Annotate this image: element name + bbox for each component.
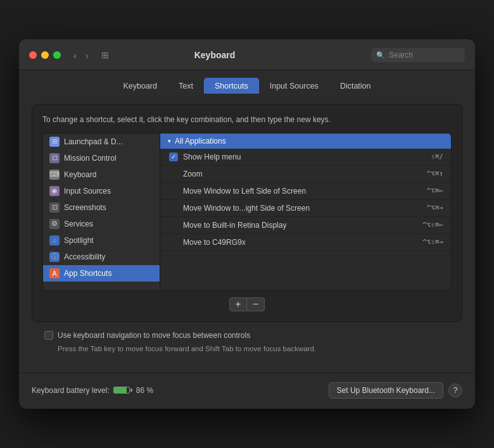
helper-text: Press the Tab key to move focus forward … (58, 344, 450, 354)
traffic-lights (29, 51, 61, 59)
help-button[interactable]: ? (448, 383, 462, 397)
tab-text[interactable]: Text (168, 78, 204, 94)
sidebar-item-label: Launchpad & D... (64, 137, 123, 146)
shortcut-check-help: ✓ (168, 151, 179, 163)
shortcut-check-retina (168, 220, 179, 231)
mission-icon: ⊡ (49, 153, 60, 163)
spotlight-icon: ○ (49, 235, 60, 246)
sidebar-item-screenshots[interactable]: ⊡ Screenshots (43, 199, 160, 216)
instruction-text: To change a shortcut, select it, click t… (42, 115, 452, 125)
sidebar-list: ⊞ Launchpad & D... ⊡ Mission Control ⌨ K… (43, 134, 160, 290)
battery-body (113, 387, 130, 394)
minimize-button[interactable] (41, 51, 49, 59)
shortcut-check-zoom (168, 168, 179, 180)
shortcut-keys: ^⌥⌘← (427, 187, 444, 195)
battery-tip (130, 389, 132, 392)
search-input[interactable] (389, 51, 460, 59)
shortcuts-panel: To change a shortcut, select it, click t… (32, 104, 462, 322)
sidebar-item-label: Screenshots (64, 203, 106, 212)
tabs-row: Keyboard Text Shortcuts Input Sources Di… (19, 70, 475, 94)
sidebar-item-launchpad[interactable]: ⊞ Launchpad & D... (43, 134, 160, 150)
input-icon: ◉ (49, 186, 60, 196)
search-icon: 🔍 (376, 51, 385, 59)
accessibility-icon: ⓘ (49, 252, 60, 262)
shortcuts-list-panel: ▾ All Applications ✓ Show Help menu ⇧⌘/ … (160, 134, 451, 290)
shortcut-name: Move to C49RG9x (183, 238, 422, 247)
tab-shortcuts[interactable]: Shortcuts (204, 78, 259, 94)
shortcut-keys: ^⌥⇧⌘→ (422, 238, 443, 246)
shortcut-name: Move Window to...ight Side of Screen (183, 204, 427, 213)
setup-bluetooth-button[interactable]: Set Up Bluetooth Keyboard... (329, 382, 443, 399)
maximize-button[interactable] (53, 51, 61, 59)
checkbox-row: Use keyboard navigation to move focus be… (44, 331, 450, 340)
keyboard-icon: ⌨ (49, 170, 60, 180)
battery-percentage: 86 % (136, 386, 153, 395)
checked-icon: ✓ (169, 152, 178, 161)
shortcut-name: Show Help menu (183, 152, 431, 161)
keyboard-nav-checkbox[interactable] (44, 331, 53, 340)
sidebar-item-spotlight[interactable]: ○ Spotlight (43, 232, 160, 249)
battery-section: Keyboard battery level: 86 % (32, 386, 329, 395)
tab-dictation[interactable]: Dictation (329, 78, 382, 94)
battery-icon (113, 387, 132, 394)
sidebar-item-label: Accessibility (64, 252, 105, 261)
shortcut-check-c49 (168, 237, 179, 248)
sidebar-item-appshortcuts[interactable]: A App Shortcuts (43, 265, 160, 282)
category-row[interactable]: ▾ All Applications (160, 134, 451, 149)
shortcut-check-move-right (168, 202, 179, 214)
shortcut-row-help[interactable]: ✓ Show Help menu ⇧⌘/ (160, 149, 451, 166)
shortcut-row-c49[interactable]: Move to C49RG9x ^⌥⇧⌘→ (160, 234, 451, 251)
sidebar-item-input[interactable]: ◉ Input Sources (43, 183, 160, 199)
shortcut-row-zoom[interactable]: Zoom ^⌥⌘↑ (160, 166, 451, 183)
sidebar-item-services[interactable]: ⚙ Services (43, 216, 160, 232)
shortcut-keys: ^⌥⌘↑ (427, 170, 444, 178)
battery-fill (114, 387, 127, 393)
shortcut-name: Zoom (183, 170, 427, 178)
sidebar-item-label: App Shortcuts (64, 269, 111, 278)
sidebar-item-accessibility[interactable]: ⓘ Accessibility (43, 249, 160, 265)
launchpad-icon: ⊞ (49, 137, 60, 147)
sidebar-item-label: Input Sources (64, 187, 111, 196)
shortcut-keys: ^⌥⌘→ (427, 204, 444, 212)
battery-label: Keyboard battery level: (32, 386, 110, 395)
shortcut-check-move-left (168, 185, 179, 197)
window-title: Keyboard (66, 50, 364, 60)
shortcut-name: Move Window to Left Side of Screen (183, 187, 427, 196)
appshortcuts-icon: A (49, 268, 60, 278)
search-box: 🔍 (371, 48, 465, 62)
sidebar-item-label: Spotlight (64, 236, 94, 245)
remove-shortcut-button[interactable]: − (247, 297, 265, 311)
sidebar-item-label: Keyboard (64, 170, 96, 179)
screenshots-icon: ⊡ (49, 202, 60, 213)
shortcut-row-move-left[interactable]: Move Window to Left Side of Screen ^⌥⌘← (160, 183, 451, 200)
keyboard-nav-label: Use keyboard navigation to move focus be… (58, 331, 250, 340)
content-area: To change a shortcut, select it, click t… (19, 94, 475, 364)
add-shortcut-button[interactable]: + (229, 297, 247, 311)
bottom-section: Use keyboard navigation to move focus be… (32, 322, 462, 354)
sidebar-item-label: Services (64, 220, 93, 228)
main-window: ‹ › ⊞ Keyboard 🔍 Keyboard Text Shortcuts… (19, 39, 475, 409)
shortcut-row-retina[interactable]: Move to Built-in Retina Display ^⌥⇧⌘← (160, 217, 451, 234)
tab-keyboard[interactable]: Keyboard (112, 78, 168, 94)
tab-input-sources[interactable]: Input Sources (259, 78, 329, 94)
title-bar: ‹ › ⊞ Keyboard 🔍 (19, 39, 475, 70)
add-remove-row: + − (42, 297, 452, 311)
services-icon: ⚙ (49, 219, 60, 229)
footer: Keyboard battery level: 86 % Set Up Blue… (19, 373, 475, 409)
shortcut-keys: ^⌥⇧⌘← (422, 221, 443, 229)
sidebar-item-mission[interactable]: ⊡ Mission Control (43, 150, 160, 166)
shortcuts-container: ⊞ Launchpad & D... ⊡ Mission Control ⌨ K… (42, 133, 452, 291)
close-button[interactable] (29, 51, 37, 59)
sidebar-item-label: Mission Control (64, 154, 117, 163)
shortcut-name: Move to Built-in Retina Display (183, 221, 422, 230)
chevron-down-icon: ▾ (168, 138, 171, 144)
shortcut-row-move-right[interactable]: Move Window to...ight Side of Screen ^⌥⌘… (160, 200, 451, 217)
category-label: All Applications (175, 137, 226, 146)
sidebar-item-keyboard[interactable]: ⌨ Keyboard (43, 166, 160, 183)
shortcut-keys: ⇧⌘/ (431, 152, 443, 161)
